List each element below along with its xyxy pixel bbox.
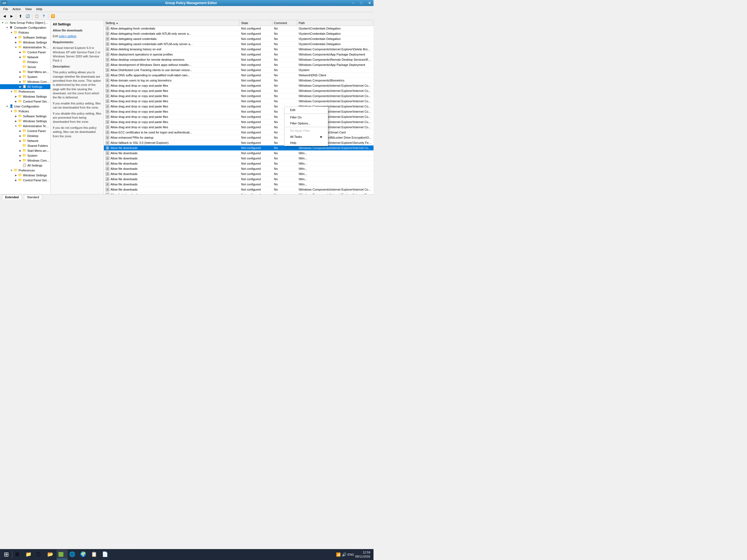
table-row[interactable]: ⊞ Allow file downloads Not configured No… xyxy=(104,151,374,156)
tree-item-allsettings-uc[interactable]: ▶ 📋 All Settings xyxy=(0,163,50,168)
desc-edit-link[interactable]: Edit policy setting. xyxy=(53,34,101,38)
table-row[interactable]: ⊞ Allow Distributed Link Tracking client… xyxy=(104,68,374,73)
table-row[interactable]: ⊞ Allow drag and drop or copy and paste … xyxy=(104,104,374,109)
table-row[interactable]: ⊞ Allow file downloads Not configured No… xyxy=(104,166,374,172)
tree-item-network-uc[interactable]: ▶ 📁 Network xyxy=(0,138,50,143)
tree-panel[interactable]: ▼ 🗂 New Group Policy Object [WIN... ▼ 🖥 … xyxy=(0,20,51,194)
file-menu[interactable]: File xyxy=(1,7,10,11)
table-row[interactable]: ⊞ Allow file downloads Not configured No… xyxy=(104,172,374,177)
expand-windows-cc[interactable]: ▶ xyxy=(14,40,18,45)
expand-cpanelpref-uc[interactable]: ▶ xyxy=(14,178,18,182)
help-button[interactable]: ? xyxy=(41,13,47,19)
expand-server-cc[interactable]: ▶ xyxy=(18,65,22,69)
tree-item-winsettings-pref-uc[interactable]: ▶ 📁 Windows Settings xyxy=(0,173,50,178)
ctx-item-filter-on[interactable]: Filter On xyxy=(285,114,328,120)
table-row[interactable]: ⊞ Allow delegating saved credentials wit… xyxy=(104,42,374,47)
tree-item-server-cc[interactable]: ▶ 📁 Server xyxy=(0,65,50,70)
tree-item-windows-cc[interactable]: ▶ 📁 Windows Settings xyxy=(0,40,50,45)
expand-startmenu-cc[interactable]: ▶ xyxy=(18,70,22,74)
expand-preferences-cc[interactable]: ▼ xyxy=(9,90,14,94)
tree-item-cpanelpref-uc[interactable]: ▶ 📁 Control Panel Setting... xyxy=(0,178,50,183)
table-row[interactable]: ⊞ Allow drag and drop or copy and paste … xyxy=(104,99,374,104)
tree-item-wincompo-uc[interactable]: ▶ 📁 Windows Compo... xyxy=(0,158,50,163)
expand-preferences-uc[interactable]: ▼ xyxy=(9,168,14,173)
col-header-state[interactable]: State xyxy=(239,20,272,26)
table-row[interactable]: ⊞ Allow file downloads Not configured No… xyxy=(104,161,374,166)
table-row[interactable]: ⊞ Allow desktop composition for remote d… xyxy=(104,57,374,62)
expand-user-config[interactable]: ▼ xyxy=(5,104,9,108)
tree-item-desktop-uc[interactable]: ▶ 📁 Desktop xyxy=(0,133,50,138)
tree-expand-root[interactable]: ▼ xyxy=(1,21,5,25)
col-header-path[interactable]: Path xyxy=(297,20,374,26)
ctx-item-help[interactable]: Help xyxy=(285,140,328,146)
tree-item-printers-cc[interactable]: ▶ 📁 Printers xyxy=(0,59,50,65)
tree-item-network-cc[interactable]: ▶ 📁 Network xyxy=(0,55,50,59)
tree-item-startmenu-uc[interactable]: ▶ 📁 Start Menu and T... xyxy=(0,148,50,153)
table-row[interactable]: ⊞ Allow file downloads Not configured No… xyxy=(104,156,374,161)
tree-item-software-uc[interactable]: ▶ 📁 Software Settings xyxy=(0,114,50,119)
expand-wincompo-uc[interactable]: ▶ xyxy=(18,158,22,163)
tree-item-admintemplates-cc[interactable]: ▼ 📁 Administrative Temp... xyxy=(0,45,50,50)
ctx-item-re-apply-filter[interactable]: Re-Apply Filter xyxy=(285,128,328,134)
expand-allsettings-cc[interactable]: ▶ xyxy=(18,84,22,89)
tree-item-software-cc[interactable]: ▶ 📁 Software Settings xyxy=(0,35,50,40)
expand-startmenu-uc[interactable]: ▶ xyxy=(18,149,22,153)
tree-item-windows-uc[interactable]: ▶ 📁 Windows Settings xyxy=(0,119,50,124)
table-row[interactable]: ⊞ Allow deleting browsing history on exi… xyxy=(104,47,374,52)
filter-button[interactable]: 🔽 xyxy=(50,13,56,19)
expand-system-cc[interactable]: ▶ xyxy=(18,75,22,79)
tree-root[interactable]: ▼ 🗂 New Group Policy Object [WIN... xyxy=(0,20,50,25)
expand-desktop-uc[interactable]: ▶ xyxy=(18,134,22,138)
refresh-button[interactable]: 🔄 xyxy=(24,13,31,19)
maximize-button[interactable]: □ xyxy=(357,0,365,6)
expand-allsettings-uc[interactable]: ▶ xyxy=(18,163,22,168)
table-row[interactable]: ⊞ Allow drag and drop or copy and paste … xyxy=(104,94,374,99)
minimize-button[interactable]: ─ xyxy=(349,0,357,6)
forward-button[interactable]: ▶ xyxy=(8,13,15,19)
tree-item-policies-uc[interactable]: ▼ 📁 Policies xyxy=(0,109,50,114)
expand-windows-uc[interactable]: ▶ xyxy=(14,119,18,123)
tree-item-system-uc[interactable]: ▶ 📁 System xyxy=(0,153,50,158)
tree-item-wincompo-cc[interactable]: ▶ 📁 Windows Compo... xyxy=(0,79,50,84)
tree-item-preferences-cc[interactable]: ▼ 📁 Preferences xyxy=(0,89,50,94)
tree-item-sharedfolders-uc[interactable]: ▶ 📁 Shared Folders xyxy=(0,143,50,148)
table-row[interactable]: ⊞ Allow drag and drop or copy and paste … xyxy=(104,125,374,130)
expand-controlpanel-uc[interactable]: ▶ xyxy=(18,129,22,133)
up-button[interactable]: ⬆ xyxy=(17,13,24,19)
view-menu[interactable]: View xyxy=(23,7,34,11)
tree-item-cpanelpref-cc[interactable]: ▶ 📁 Control Panel Setting... xyxy=(0,99,50,104)
tree-item-policies-cc[interactable]: ▼ 📁 Policies xyxy=(0,30,50,35)
close-button[interactable]: ✕ xyxy=(365,0,374,6)
help-menu[interactable]: Help xyxy=(34,7,45,11)
table-row[interactable]: ⊞ Allow ECC certificates to be used for … xyxy=(104,130,374,135)
col-header-setting[interactable]: Setting ▲ xyxy=(104,20,239,26)
expand-sharedfolders-uc[interactable]: ▶ xyxy=(18,144,22,148)
table-body[interactable]: ⊞ Allow delegating fresh credentials Not… xyxy=(104,26,374,194)
expand-printers-cc[interactable]: ▶ xyxy=(18,60,22,64)
table-row[interactable]: ⊞ Allow drag and drop or copy and paste … xyxy=(104,114,374,120)
expand-controlpanel-cc[interactable]: ▶ xyxy=(18,50,22,54)
table-row[interactable]: ⊞ Allow delegating saved credentials Not… xyxy=(104,36,374,42)
expand-winsettings-pref-uc[interactable]: ▶ xyxy=(14,173,18,177)
table-row[interactable]: ⊞ Allow delegating fresh credentials wit… xyxy=(104,31,374,36)
table-row[interactable]: ⊞ Allow file downloads Not configured No… xyxy=(104,187,374,192)
table-row[interactable]: ⊞ Allow development of Windows Store app… xyxy=(104,62,374,68)
expand-network-uc[interactable]: ▶ xyxy=(18,138,22,143)
expand-wincompo-cc[interactable]: ▶ xyxy=(18,80,22,84)
expand-winsettings-pref-cc[interactable]: ▶ xyxy=(14,94,18,99)
ctx-item-all-tasks[interactable]: All Tasks▶ xyxy=(285,134,328,140)
tree-item-controlpanel-uc[interactable]: ▶ 📁 Control Panel xyxy=(0,128,50,133)
action-menu[interactable]: Action xyxy=(10,7,23,11)
tree-item-controlpanel-cc[interactable]: ▶ 📁 Control Panel xyxy=(0,50,50,55)
tab-extended[interactable]: Extended xyxy=(2,195,22,199)
table-row[interactable]: ⊞ Allow drag and drop or copy and paste … xyxy=(104,83,374,88)
table-row[interactable]: ⊞ Allow drag and drop or copy and paste … xyxy=(104,88,374,94)
ctx-item-filter-options...[interactable]: Filter Options... xyxy=(285,120,328,126)
tree-item-admintemplates-uc[interactable]: ▼ 📁 Administrative Temp... xyxy=(0,124,50,128)
tab-standard[interactable]: Standard xyxy=(24,195,42,199)
tree-item-allsettings-cc[interactable]: ▶ 📋 All Settings xyxy=(0,84,50,89)
tree-item-user-config[interactable]: ▼ 👤 User Configuration xyxy=(0,104,50,109)
expand-system-uc[interactable]: ▶ xyxy=(18,153,22,158)
expand-software-uc[interactable]: ▶ xyxy=(14,114,18,119)
expand-admintemplates-uc[interactable]: ▼ xyxy=(14,124,18,128)
